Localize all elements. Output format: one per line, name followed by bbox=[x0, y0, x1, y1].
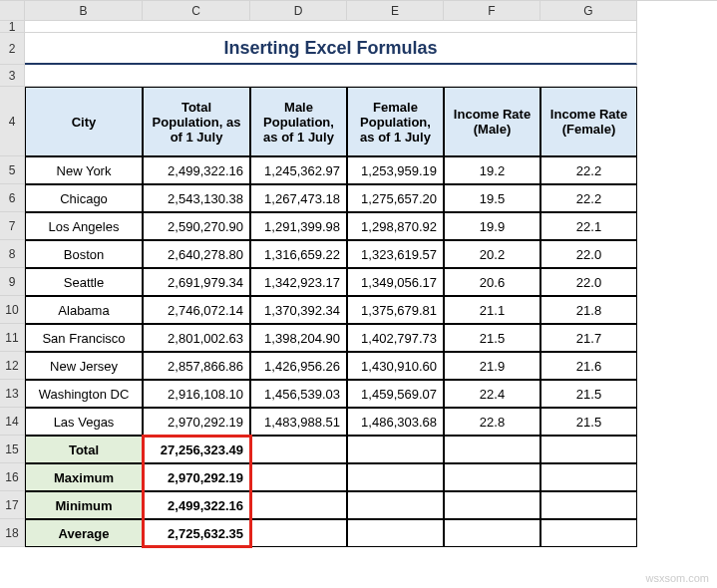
row-header[interactable]: 1 bbox=[0, 21, 25, 33]
cell-irf[interactable]: 21.5 bbox=[540, 380, 637, 408]
cell-male[interactable]: 1,316,659.22 bbox=[250, 240, 347, 268]
row-header[interactable]: 11 bbox=[0, 324, 25, 352]
col-header-F[interactable]: F bbox=[444, 1, 540, 21]
summary-label-min[interactable]: Minimum bbox=[25, 491, 143, 519]
cell-total[interactable]: 2,590,270.90 bbox=[143, 212, 250, 240]
summary-label-avg[interactable]: Average bbox=[25, 519, 143, 547]
row-header[interactable]: 15 bbox=[0, 436, 25, 463]
col-header-C[interactable]: C bbox=[143, 1, 250, 21]
row-header[interactable]: 2 bbox=[0, 33, 25, 65]
cell-irm[interactable]: 20.6 bbox=[444, 268, 540, 296]
cell-male[interactable]: 1,370,392.34 bbox=[250, 296, 347, 324]
cell-irf[interactable]: 21.5 bbox=[540, 408, 637, 436]
row-header[interactable]: 5 bbox=[0, 156, 25, 184]
row-header[interactable]: 7 bbox=[0, 212, 25, 240]
cell-female[interactable]: 1,323,619.57 bbox=[347, 240, 444, 268]
cell-city[interactable]: Chicago bbox=[25, 184, 143, 212]
empty-cell[interactable] bbox=[347, 436, 444, 463]
col-header-G[interactable]: G bbox=[540, 1, 637, 21]
cell-city[interactable]: New York bbox=[25, 156, 143, 184]
cell-city[interactable]: Washington DC bbox=[25, 380, 143, 408]
cell-male[interactable]: 1,483,988.51 bbox=[250, 408, 347, 436]
cell-female[interactable]: 1,349,056.17 bbox=[347, 268, 444, 296]
cell-female[interactable]: 1,253,959.19 bbox=[347, 156, 444, 184]
cell-city[interactable]: Las Vegas bbox=[25, 408, 143, 436]
cell-male[interactable]: 1,267,473.18 bbox=[250, 184, 347, 212]
cell-irm[interactable]: 22.8 bbox=[444, 408, 540, 436]
cell-male[interactable]: 1,342,923.17 bbox=[250, 268, 347, 296]
empty-cell[interactable] bbox=[250, 519, 347, 547]
empty-cell[interactable] bbox=[250, 491, 347, 519]
summary-val-avg[interactable]: 2,725,632.35 bbox=[143, 519, 250, 547]
row-header[interactable]: 3 bbox=[0, 65, 25, 87]
cell-female[interactable]: 1,430,910.60 bbox=[347, 352, 444, 380]
row-header[interactable]: 4 bbox=[0, 87, 25, 156]
empty-cell[interactable] bbox=[250, 463, 347, 491]
empty-cell[interactable] bbox=[540, 436, 637, 463]
empty-cell[interactable] bbox=[540, 519, 637, 547]
row-header[interactable]: 6 bbox=[0, 184, 25, 212]
cell-male[interactable]: 1,245,362.97 bbox=[250, 156, 347, 184]
summary-val-max[interactable]: 2,970,292.19 bbox=[143, 463, 250, 491]
empty-cell[interactable] bbox=[347, 463, 444, 491]
cell-city[interactable]: Seattle bbox=[25, 268, 143, 296]
cell-total[interactable]: 2,691,979.34 bbox=[143, 268, 250, 296]
row-header[interactable]: 18 bbox=[0, 519, 25, 547]
cell-irm[interactable]: 22.4 bbox=[444, 380, 540, 408]
cell-irf[interactable]: 21.8 bbox=[540, 296, 637, 324]
row-header[interactable]: 8 bbox=[0, 240, 25, 268]
cell-total[interactable]: 2,640,278.80 bbox=[143, 240, 250, 268]
cell-total[interactable]: 2,970,292.19 bbox=[143, 408, 250, 436]
cell-irf[interactable]: 22.1 bbox=[540, 212, 637, 240]
empty-cell[interactable] bbox=[444, 463, 540, 491]
empty-cell[interactable] bbox=[444, 491, 540, 519]
select-all-corner[interactable] bbox=[0, 1, 25, 21]
row-header[interactable]: 17 bbox=[0, 491, 25, 519]
row-header[interactable]: 16 bbox=[0, 463, 25, 491]
cell-total[interactable]: 2,916,108.10 bbox=[143, 380, 250, 408]
cell-male[interactable]: 1,426,956.26 bbox=[250, 352, 347, 380]
cell-irf[interactable]: 21.7 bbox=[540, 324, 637, 352]
cell-irf[interactable]: 22.2 bbox=[540, 156, 637, 184]
cell-city[interactable]: San Francisco bbox=[25, 324, 143, 352]
cell-male[interactable]: 1,456,539.03 bbox=[250, 380, 347, 408]
cell-irm[interactable]: 21.1 bbox=[444, 296, 540, 324]
cell-total[interactable]: 2,543,130.38 bbox=[143, 184, 250, 212]
cell-male[interactable]: 1,398,204.90 bbox=[250, 324, 347, 352]
row-header[interactable]: 10 bbox=[0, 296, 25, 324]
cell-total[interactable]: 2,499,322.16 bbox=[143, 156, 250, 184]
cell-irf[interactable]: 22.2 bbox=[540, 184, 637, 212]
cell-male[interactable]: 1,291,399.98 bbox=[250, 212, 347, 240]
cell-total[interactable]: 2,801,002.63 bbox=[143, 324, 250, 352]
cell-city[interactable]: Boston bbox=[25, 240, 143, 268]
cell-irm[interactable]: 20.2 bbox=[444, 240, 540, 268]
row-header[interactable]: 13 bbox=[0, 380, 25, 408]
cell-female[interactable]: 1,486,303.68 bbox=[347, 408, 444, 436]
cell-irm[interactable]: 19.9 bbox=[444, 212, 540, 240]
cell-irm[interactable]: 19.5 bbox=[444, 184, 540, 212]
empty-cell[interactable] bbox=[444, 519, 540, 547]
summary-val-total[interactable]: 27,256,323.49 bbox=[143, 436, 250, 463]
cell-city[interactable]: Alabama bbox=[25, 296, 143, 324]
empty-cell[interactable] bbox=[347, 491, 444, 519]
col-header-B[interactable]: B bbox=[25, 1, 143, 21]
empty-cell[interactable] bbox=[347, 519, 444, 547]
empty-cell[interactable] bbox=[25, 21, 637, 33]
row-header[interactable]: 9 bbox=[0, 268, 25, 296]
cell-irm[interactable]: 21.9 bbox=[444, 352, 540, 380]
summary-label-total[interactable]: Total bbox=[25, 436, 143, 463]
cell-female[interactable]: 1,459,569.07 bbox=[347, 380, 444, 408]
summary-label-max[interactable]: Maximum bbox=[25, 463, 143, 491]
empty-cell[interactable] bbox=[250, 436, 347, 463]
empty-cell[interactable] bbox=[25, 65, 637, 87]
col-header-E[interactable]: E bbox=[347, 1, 444, 21]
cell-female[interactable]: 1,298,870.92 bbox=[347, 212, 444, 240]
cell-female[interactable]: 1,375,679.81 bbox=[347, 296, 444, 324]
empty-cell[interactable] bbox=[540, 463, 637, 491]
row-header[interactable]: 14 bbox=[0, 408, 25, 436]
cell-total[interactable]: 2,857,866.86 bbox=[143, 352, 250, 380]
cell-irm[interactable]: 21.5 bbox=[444, 324, 540, 352]
cell-total[interactable]: 2,746,072.14 bbox=[143, 296, 250, 324]
row-header[interactable]: 12 bbox=[0, 352, 25, 380]
cell-irf[interactable]: 22.0 bbox=[540, 240, 637, 268]
